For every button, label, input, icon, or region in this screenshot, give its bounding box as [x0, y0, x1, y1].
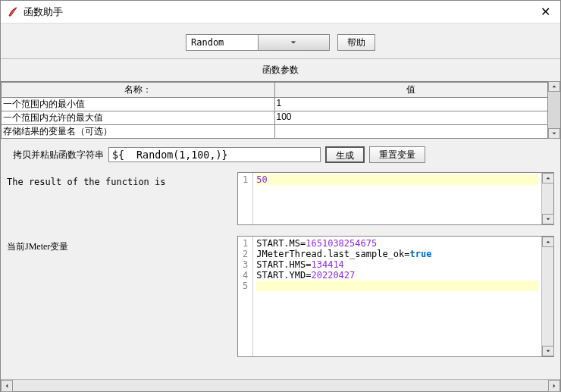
table-row[interactable]: 一个范围内允许的最大值 100 — [2, 111, 547, 125]
generate-button[interactable]: 生成 — [325, 146, 365, 163]
var-line — [256, 281, 538, 291]
col-name: 名称： — [2, 83, 275, 97]
function-combobox[interactable]: Random — [186, 34, 330, 51]
combo-value: Random — [186, 37, 258, 48]
param-name: 存储结果的变量名（可选） — [2, 125, 275, 138]
table-row[interactable]: 存储结果的变量名（可选） — [2, 125, 547, 138]
vars-row: 当前JMeter变量 12345 START.MS=1651038254675J… — [1, 234, 560, 359]
scroll-right-icon[interactable] — [548, 380, 560, 392]
vars-textarea[interactable]: 12345 START.MS=1651038254675JMeterThread… — [237, 236, 554, 357]
function-string-row: 拷贝并粘贴函数字符串 生成 重置变量 — [1, 139, 560, 171]
horizontal-scrollbar[interactable] — [1, 379, 560, 391]
param-value[interactable]: 100 — [275, 111, 548, 124]
result-line: 50 — [256, 174, 538, 185]
param-name: 一个范围内允许的最大值 — [2, 111, 275, 124]
vars-label: 当前JMeter变量 — [7, 236, 231, 253]
params-table-wrap: 名称： 值 一个范围内的最小值 1 一个范围内允许的最大值 100 存储结果的变… — [1, 81, 560, 139]
var-line: START.HMS=134414 — [256, 259, 538, 270]
var-line: JMeterThread.last_sample_ok=true — [256, 249, 538, 259]
titlebar: 函数助手 ✕ — [1, 1, 560, 24]
params-header: 名称： 值 — [2, 83, 547, 98]
scroll-up-icon[interactable] — [542, 173, 554, 183]
help-button[interactable]: 帮助 — [337, 34, 375, 51]
scroll-left-icon[interactable] — [1, 380, 13, 392]
line-gutter: 1 — [238, 173, 253, 224]
params-scrollbar[interactable] — [548, 81, 560, 139]
params-table: 名称： 值 一个范围内的最小值 1 一个范围内允许的最大值 100 存储结果的变… — [1, 81, 548, 139]
line-gutter: 12345 — [238, 237, 253, 356]
reset-vars-button[interactable]: 重置变量 — [369, 146, 425, 163]
scroll-up-icon[interactable] — [542, 237, 554, 247]
scroll-up-icon[interactable] — [548, 81, 560, 92]
result-label: The result of the function is — [7, 172, 231, 187]
result-row: The result of the function is 1 50 — [1, 171, 560, 227]
funcstr-input[interactable] — [108, 147, 321, 162]
scroll-down-icon[interactable] — [542, 214, 554, 224]
app-icon — [7, 6, 19, 18]
param-name: 一个范围内的最小值 — [2, 98, 275, 111]
result-textarea[interactable]: 1 50 — [237, 172, 554, 225]
params-title: 函数参数 — [1, 58, 560, 81]
function-select-row: Random 帮助 — [1, 24, 560, 58]
col-value: 值 — [275, 83, 548, 97]
window-title: 函数助手 — [24, 5, 536, 19]
chevron-down-icon[interactable] — [258, 35, 330, 50]
param-value[interactable]: 1 — [275, 98, 548, 111]
var-line: START.YMD=20220427 — [256, 270, 538, 281]
scroll-down-icon[interactable] — [548, 128, 560, 139]
scrollbar[interactable] — [541, 173, 553, 224]
function-helper-window: 函数助手 ✕ Random 帮助 函数参数 名称： 值 一个范围内的最小值 1 … — [0, 0, 561, 392]
param-value[interactable] — [275, 125, 548, 138]
table-row[interactable]: 一个范围内的最小值 1 — [2, 98, 547, 111]
scroll-down-icon[interactable] — [542, 346, 554, 356]
funcstr-label: 拷贝并粘贴函数字符串 — [13, 149, 104, 162]
var-line: START.MS=1651038254675 — [256, 238, 538, 249]
scrollbar[interactable] — [541, 237, 553, 356]
close-icon[interactable]: ✕ — [536, 5, 554, 19]
